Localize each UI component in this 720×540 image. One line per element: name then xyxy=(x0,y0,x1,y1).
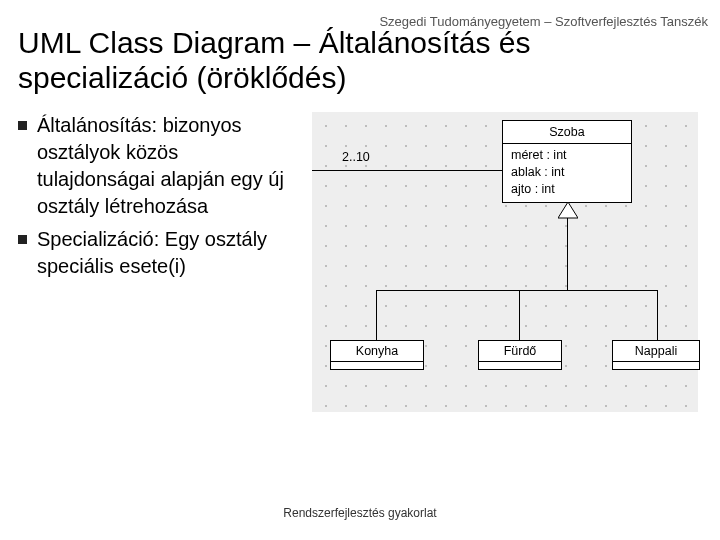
bullet-text: Általánosítás: bizonyos osztályok közös … xyxy=(37,112,298,220)
uml-class-attrs xyxy=(331,361,423,369)
svg-marker-0 xyxy=(558,202,578,218)
slide-title: UML Class Diagram – Általánosítás és spe… xyxy=(18,26,708,95)
square-bullet-icon xyxy=(18,121,27,130)
uml-attr: ablak : int xyxy=(511,164,623,181)
uml-class-name: Fürdő xyxy=(479,341,561,361)
inheritance-edge xyxy=(519,290,520,340)
uml-diagram: 2..10 Szoba méret : int ablak : int ajto… xyxy=(312,112,698,412)
inheritance-edge xyxy=(376,290,658,291)
uml-class-nappali: Nappali xyxy=(612,340,700,370)
uml-class-attrs xyxy=(613,361,699,369)
uml-class-furdo: Fürdő xyxy=(478,340,562,370)
uml-class-szoba: Szoba méret : int ablak : int ajto : int xyxy=(502,120,632,203)
multiplicity-label: 2..10 xyxy=(342,150,370,164)
uml-class-name: Konyha xyxy=(331,341,423,361)
content-row: Általánosítás: bizonyos osztályok közös … xyxy=(18,112,698,412)
uml-class-name: Nappali xyxy=(613,341,699,361)
uml-class-attrs: méret : int ablak : int ajto : int xyxy=(503,144,631,202)
bullet-text: Specializáció: Egy osztály speciális ese… xyxy=(37,226,298,280)
association-edge xyxy=(312,170,502,171)
uml-class-name: Szoba xyxy=(503,121,631,144)
bullet-item: Specializáció: Egy osztály speciális ese… xyxy=(18,226,298,280)
inheritance-edge xyxy=(567,218,568,290)
uml-class-attrs xyxy=(479,361,561,369)
uml-attr: méret : int xyxy=(511,147,623,164)
bullet-item: Általánosítás: bizonyos osztályok közös … xyxy=(18,112,298,220)
square-bullet-icon xyxy=(18,235,27,244)
uml-attr: ajto : int xyxy=(511,181,623,198)
bullet-list: Általánosítás: bizonyos osztályok közös … xyxy=(18,112,298,412)
inheritance-edge xyxy=(657,290,658,340)
footer-text: Rendszerfejlesztés gyakorlat xyxy=(0,506,720,520)
inheritance-edge xyxy=(376,290,377,340)
uml-class-konyha: Konyha xyxy=(330,340,424,370)
generalization-arrow-icon xyxy=(558,202,578,220)
